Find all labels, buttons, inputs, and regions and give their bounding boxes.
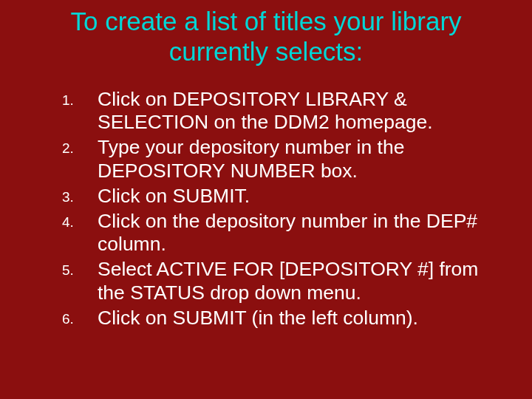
list-item: Click on SUBMIT. [98,185,505,208]
list-item: Select ACTIVE FOR [DEPOSITORY #] from th… [98,258,505,305]
slide-title: To create a list of titles your library … [27,6,505,67]
list-item: Click on SUBMIT (in the left column). [98,307,505,330]
list-item: Type your depository number in the DEPOS… [98,136,505,183]
slide: To create a list of titles your library … [0,0,532,399]
list-item: Click on DEPOSITORY LIBRARY & SELECTION … [98,88,505,135]
list-item: Click on the depository number in the DE… [98,210,505,257]
steps-list: Click on DEPOSITORY LIBRARY & SELECTION … [27,88,505,330]
